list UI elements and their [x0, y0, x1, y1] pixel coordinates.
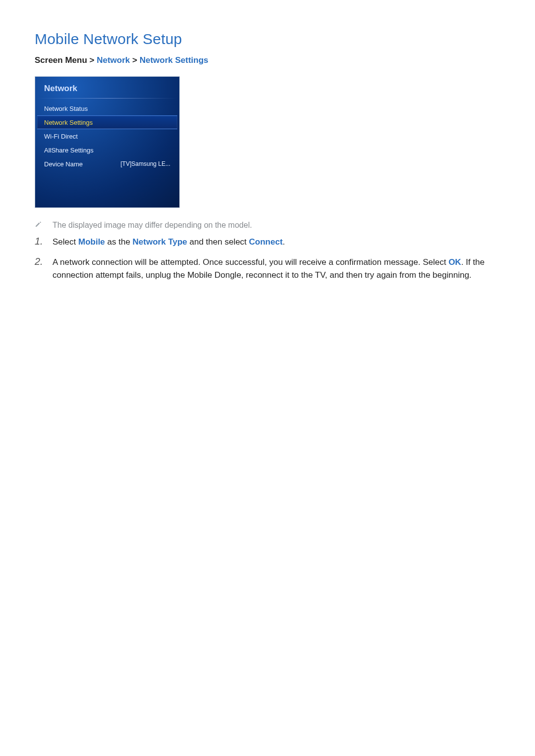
tv-menu-item-network-settings: Network Settings [37, 115, 177, 129]
text: Select [53, 237, 78, 247]
keyword-connect: Connect [249, 237, 283, 247]
tv-menu-item-network-status: Network Status [37, 101, 177, 115]
breadcrumb-sep-1: > [90, 55, 95, 65]
step-marker: 1. [35, 234, 43, 249]
tv-menu-item-wifi-direct: Wi-Fi Direct [37, 129, 177, 143]
text: and then select [187, 237, 249, 247]
note-text: The displayed image may differ depending… [53, 221, 252, 230]
tv-menu-list: Network Status Network Settings Wi-Fi Di… [35, 101, 179, 171]
steps-list: 1. Select Mobile as the Network Type and… [35, 234, 500, 282]
step-body: A network connection will be attempted. … [53, 256, 500, 282]
keyword-ok: OK [448, 257, 461, 267]
breadcrumb-sep-2: > [132, 55, 137, 65]
tv-menu-item-label: Wi-Fi Direct [44, 133, 78, 140]
breadcrumb-prefix: Screen Menu [35, 55, 87, 65]
text: . [283, 237, 285, 247]
tv-menu-item-label: Device Name [44, 160, 83, 168]
tv-screenshot: Network Network Status Network Settings … [35, 76, 180, 208]
note-row: The displayed image may differ depending… [35, 219, 500, 230]
step-marker: 2. [35, 254, 43, 269]
tv-menu-item-device-name: Device Name [TV]Samsung LE... [37, 157, 177, 171]
tv-menu-item-label: Network Status [44, 105, 88, 112]
breadcrumb: Screen Menu > Network > Network Settings [35, 55, 500, 65]
pencil-icon [35, 220, 42, 229]
tv-menu-title: Network [35, 77, 179, 99]
step-body: Select Mobile as the Network Type and th… [53, 236, 500, 249]
tv-menu-item-allshare-settings: AllShare Settings [37, 143, 177, 157]
breadcrumb-network: Network [97, 55, 130, 65]
text: as the [105, 237, 133, 247]
page: Mobile Network Setup Screen Menu > Netwo… [0, 0, 535, 322]
tv-menu-item-label: Network Settings [44, 119, 93, 126]
step-1: 1. Select Mobile as the Network Type and… [35, 234, 500, 249]
page-title: Mobile Network Setup [35, 31, 500, 48]
breadcrumb-network-settings: Network Settings [140, 55, 209, 65]
step-2: 2. A network connection will be attempte… [35, 254, 500, 282]
keyword-network-type: Network Type [133, 237, 187, 247]
keyword-mobile: Mobile [78, 237, 105, 247]
tv-menu-item-label: AllShare Settings [44, 147, 94, 154]
text: A network connection will be attempted. … [53, 257, 448, 267]
tv-menu-item-value: [TV]Samsung LE... [120, 160, 170, 167]
